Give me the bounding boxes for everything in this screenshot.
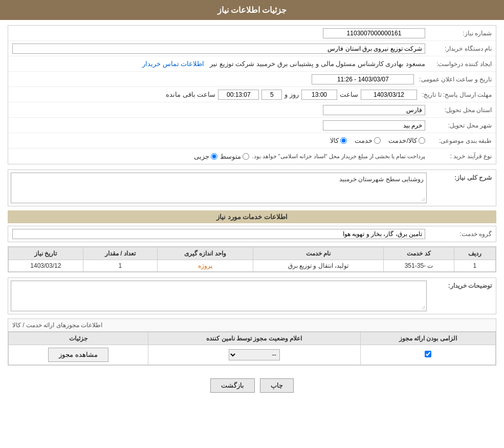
goroh-khedmat-value bbox=[12, 229, 425, 239]
radio-khedmat-input[interactable] bbox=[374, 137, 381, 144]
noع-value: پرداخت تمام یا بخشی از مبلغ خریداز محل "… bbox=[12, 153, 425, 160]
noع-row: نوع فرآیند خرید : پرداخت تمام یا بخشی از… bbox=[8, 148, 496, 164]
radio-khedmat-label: خدمت bbox=[355, 137, 372, 144]
vahed-link[interactable]: پروژه bbox=[198, 262, 212, 269]
mohlat-group: ساعت روز و ساعت باقی مانده bbox=[12, 90, 417, 100]
ostan-value bbox=[12, 105, 425, 115]
page-header: جزئیات اطلاعات نیاز bbox=[0, 0, 504, 20]
goroh-khedmat-input[interactable] bbox=[12, 229, 425, 239]
cell-kod: ت -35-351 bbox=[384, 260, 454, 272]
cell-nam: تولید، انتقال و توزیع برق bbox=[253, 260, 384, 272]
table-row: 1 ت -35-351 تولید، انتقال و توزیع برق پر… bbox=[9, 260, 496, 272]
ijad-value: مسعود بهادری کارشناس مسئول مالی و پشتیبا… bbox=[12, 60, 425, 68]
nam-dastgah-row: نام دستگاه خریدار: bbox=[8, 41, 496, 56]
shahr-label: شهر محل تحویل: bbox=[425, 122, 492, 129]
sharh-value: روشنایی سطح شهرستان خرمبید ⊿ bbox=[8, 170, 429, 206]
col-radif: ردیف bbox=[454, 247, 495, 260]
mojoz-title: اطلاعات مجوزهای ارائه خدمت / کالا bbox=[12, 322, 102, 329]
radio-motavasset-input[interactable] bbox=[243, 153, 249, 160]
sharh-label: شرح کلی نیاز: bbox=[429, 170, 496, 185]
bazgasht-button[interactable]: بازگشت bbox=[210, 378, 255, 393]
touziahat-section: توضیحات خریدار: ⊿ bbox=[8, 278, 496, 314]
roz-label: روز و bbox=[284, 91, 299, 98]
mohlat-row: مهلت ارسال پاسخ: تا تاریخ: ساعت روز و سا… bbox=[8, 87, 496, 102]
ijad-label: ایجاد کننده درخواست: bbox=[425, 60, 492, 68]
mojoz-vaziat-select[interactable]: -- bbox=[229, 349, 280, 360]
ijad-link[interactable]: اطلاعات تماس خریدار bbox=[142, 60, 204, 68]
mojoz-header: اطلاعات مجوزهای ارائه خدمت / کالا bbox=[8, 318, 496, 331]
col-nam: نام خدمت bbox=[253, 247, 384, 260]
nam-dastgah-label: نام دستگاه خریدار: bbox=[425, 45, 492, 52]
sharh-section: شرح کلی نیاز: روشنایی سطح شهرستان خرمبید… bbox=[8, 169, 496, 206]
noع-label: نوع فرآیند خرید : bbox=[425, 153, 492, 160]
remaining-label: ساعت باقی مانده bbox=[166, 91, 215, 98]
shahr-input[interactable] bbox=[323, 120, 425, 131]
mojoz-table-row: -- مشاهده مجوز bbox=[9, 345, 496, 365]
sharh-textarea-container: روشنایی سطح شهرستان خرمبید ⊿ bbox=[11, 173, 427, 203]
mohlat-value: ساعت روز و ساعت باقی مانده bbox=[12, 90, 417, 100]
tarikh-ilan-row: تاریخ و ساعت اعلان عمومی: bbox=[8, 72, 496, 87]
cell-radif: 1 bbox=[454, 260, 495, 272]
ostan-row: استان محل تحویل: bbox=[8, 102, 496, 118]
col-tedad: تعداد / مقدار bbox=[83, 247, 158, 260]
radio-kala-khedmat-input[interactable] bbox=[419, 137, 425, 144]
goroh-khedmat-label: گروه خدمت: bbox=[425, 230, 492, 238]
form-section-main: شماره نیاز: نام دستگاه خریدار: ایجاد کنن… bbox=[8, 25, 496, 164]
shahr-row: شهر محل تحویل: bbox=[8, 118, 496, 133]
ostan-input[interactable] bbox=[323, 105, 425, 115]
services-table-section: ردیف کد خدمت نام خدمت واحد اندازه گیری ت… bbox=[8, 246, 496, 272]
mohlat-countdown-input[interactable] bbox=[218, 90, 259, 100]
radio-kala-khedmat: کالا/خدمت bbox=[388, 137, 425, 144]
shahr-value bbox=[12, 120, 425, 131]
mojoz-view-button[interactable]: مشاهده مجوز bbox=[48, 348, 108, 362]
nam-dastgah-input[interactable] bbox=[12, 44, 425, 54]
shomara-niaz-value bbox=[12, 28, 425, 38]
section-khadamat-title: اطلاعات خدمات مورد نیاز bbox=[216, 213, 288, 221]
tabaqe-radio-group: کالا/خدمت خدمت کالا bbox=[12, 137, 425, 144]
mojoz-section: الزامی بودن ارائه مجوز اعلام وضعیت مجوز … bbox=[8, 331, 496, 366]
noع-description: پرداخت تمام یا بخشی از مبلغ خریداز محل "… bbox=[252, 153, 425, 160]
mojoz-col-joziat: جزئیات bbox=[9, 332, 148, 345]
page-title: جزئیات اطلاعات نیاز bbox=[217, 6, 287, 14]
mojoz-elzami-cell bbox=[360, 345, 496, 365]
radio-khedmat: خدمت bbox=[355, 137, 381, 144]
radio-motavasset-label: متوسط bbox=[220, 153, 241, 160]
radio-kala-khedmat-label: کالا/خدمت bbox=[388, 137, 417, 144]
mojoz-joziat-cell: مشاهده مجوز bbox=[9, 345, 148, 365]
chap-button[interactable]: چاپ bbox=[260, 378, 294, 393]
radio-jozii-label: جزیی bbox=[194, 153, 209, 160]
mohlat-date-input[interactable] bbox=[361, 90, 417, 100]
tarikh-ilan-input[interactable] bbox=[312, 74, 414, 84]
mohlat-time-input[interactable] bbox=[301, 90, 337, 100]
shomara-niaz-input[interactable] bbox=[323, 28, 425, 38]
ijad-text: مسعود بهادری کارشناس مسئول مالی و پشتیبا… bbox=[210, 60, 425, 68]
ijad-row: ایجاد کننده درخواست: مسعود بهادری کارشنا… bbox=[8, 56, 496, 72]
resize-handle: ⊿ bbox=[421, 196, 425, 202]
services-table: ردیف کد خدمت نام خدمت واحد اندازه گیری ت… bbox=[8, 247, 496, 272]
mojoz-table: الزامی بودن ارائه مجوز اعلام وضعیت مجوز … bbox=[8, 332, 496, 365]
page-wrapper: جزئیات اطلاعات نیاز شماره نیاز: نام دستگ… bbox=[0, 0, 504, 448]
col-tarikh: تاریخ نیاز bbox=[9, 247, 83, 260]
mojoz-col-elzami: الزامی بودن ارائه مجوز bbox=[360, 332, 496, 345]
touziahat-value: ⊿ bbox=[8, 278, 429, 314]
tabaqe-row: طبقه بندی موضوعی: کالا/خدمت خدمت bbox=[8, 133, 496, 148]
mohlat-roz-input[interactable] bbox=[261, 90, 282, 100]
radio-kala-input[interactable] bbox=[340, 137, 347, 144]
tarikh-ilan-label: تاریخ و ساعت اعلان عمومی: bbox=[414, 76, 492, 83]
tarikh-ilan-value bbox=[12, 74, 414, 84]
goroh-khedmat-row: گروه خدمت: bbox=[8, 226, 496, 242]
ostan-label: استان محل تحویل: bbox=[425, 106, 492, 114]
shomara-niaz-label: شماره نیاز: bbox=[425, 30, 492, 37]
saaat-label: ساعت bbox=[340, 91, 358, 98]
mojoz-vaziat-cell: -- bbox=[148, 345, 360, 365]
cell-vahed: پروژه bbox=[158, 260, 253, 272]
noع-radio-group: پرداخت تمام یا بخشی از مبلغ خریداز محل "… bbox=[12, 153, 425, 160]
sharh-text: روشنایی سطح شهرستان خرمبید bbox=[339, 176, 424, 183]
radio-jozii-input[interactable] bbox=[211, 153, 217, 160]
cell-tarikh: 1403/03/12 bbox=[9, 260, 83, 272]
cell-tedad: 1 bbox=[83, 260, 158, 272]
btn-group: چاپ بازگشت bbox=[8, 371, 496, 400]
col-vahed: واحد اندازه گیری bbox=[158, 247, 253, 260]
resize-handle2: ⊿ bbox=[421, 304, 425, 310]
mojoz-elzami-checkbox[interactable] bbox=[425, 351, 431, 357]
